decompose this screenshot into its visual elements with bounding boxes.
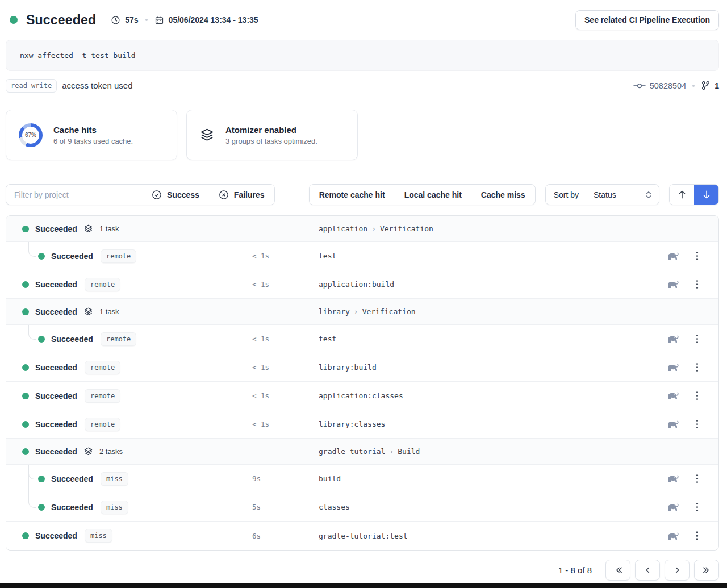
commit-number[interactable]: 50828504: [650, 81, 687, 90]
cache-miss-button[interactable]: Cache miss: [471, 185, 535, 205]
clock-icon: [111, 15, 120, 25]
status-label: Succeeded: [35, 531, 77, 540]
kebab-menu-button[interactable]: [694, 249, 701, 263]
arrow-up-icon: [678, 190, 687, 199]
card-subtitle: 6 of 9 tasks used cache.: [53, 137, 133, 145]
task-duration: < 1s: [242, 252, 304, 260]
arrow-down-icon: [702, 190, 711, 199]
last-page-button[interactable]: [694, 560, 719, 581]
kebab-menu-button[interactable]: [694, 472, 701, 486]
remote-cache-hit-button[interactable]: Remote cache hit: [310, 185, 395, 205]
status-label: Succeeded: [51, 474, 93, 483]
related-ci-pipeline-button[interactable]: See related CI Pipeline Execution: [575, 10, 719, 30]
separator-dot: [692, 85, 695, 87]
chevron-right-icon: [672, 565, 682, 575]
atomizer-group-icon: [83, 307, 93, 316]
filter-toolbar: Success Failures Remote cache hit Local …: [6, 184, 719, 205]
task-count: 2 tasks: [99, 447, 123, 456]
sort-ascending-button[interactable]: [670, 185, 694, 205]
cache-filter-group: Remote cache hit Local cache hit Cache m…: [309, 184, 536, 205]
cache-status-badge: remote: [85, 418, 120, 431]
task-row[interactable]: Succeededremote< 1slibrary:build: [6, 353, 718, 382]
cache-status-badge: miss: [101, 501, 128, 514]
status-dot: [22, 448, 29, 455]
task-group-row[interactable]: Succeeded1 tasklibrary›Verification: [6, 299, 718, 325]
task-row[interactable]: Succeededremote< 1sapplication:classes: [6, 382, 718, 410]
task-row[interactable]: Succeededremote< 1sapplication:build: [6, 270, 718, 299]
sort-descending-button[interactable]: [694, 185, 718, 205]
status-dot: [38, 504, 45, 511]
task-row[interactable]: Succeededmiss6sgradle-tutorial:test: [6, 522, 718, 550]
failures-filter-button[interactable]: Failures: [209, 185, 274, 205]
gradle-icon[interactable]: [666, 363, 679, 372]
gradle-icon[interactable]: [666, 474, 679, 483]
task-duration: < 1s: [242, 335, 304, 343]
sort-by-label: Sort by: [546, 185, 587, 205]
gradle-icon[interactable]: [666, 280, 679, 289]
status-dot: [22, 393, 29, 399]
cache-status-badge: remote: [85, 389, 120, 403]
atomizer-icon: [199, 127, 215, 143]
gradle-icon[interactable]: [666, 391, 679, 400]
gradle-icon[interactable]: [666, 252, 679, 260]
task-duration: < 1s: [242, 420, 304, 428]
sort-select[interactable]: Status: [587, 185, 659, 205]
task-name: gradle-tutorial:test: [304, 532, 655, 540]
gradle-icon[interactable]: [666, 420, 679, 428]
task-row[interactable]: Succeededremote< 1slibrary:classes: [6, 410, 718, 439]
task-name: classes: [304, 503, 655, 511]
status-label: Succeeded: [35, 307, 77, 316]
task-count: 1 task: [99, 307, 119, 316]
kebab-menu-button[interactable]: [694, 529, 701, 543]
task-group-row[interactable]: Succeeded2 tasksgradle-tutorial›Build: [6, 439, 718, 465]
task-row[interactable]: Succeededmiss9sbuild: [6, 465, 718, 493]
calendar-icon: [154, 15, 164, 25]
gradle-icon[interactable]: [666, 503, 679, 511]
task-duration: < 1s: [242, 280, 304, 289]
card-subtitle: 3 groups of tasks optimized.: [225, 137, 317, 145]
vcs-info: 50828504 1: [633, 81, 719, 90]
status-label: Succeeded: [35, 391, 77, 401]
kebab-menu-button[interactable]: [694, 278, 701, 291]
double-chevron-left-icon: [613, 565, 623, 575]
status-dot: [38, 476, 45, 482]
summary-cards: 67% Cache hits 6 of 9 tasks used cache. …: [6, 110, 719, 160]
access-token-text: access token used: [62, 81, 132, 90]
kebab-menu-button[interactable]: [694, 332, 701, 346]
kebab-menu-button[interactable]: [694, 361, 701, 374]
first-page-button[interactable]: [605, 560, 630, 581]
gradle-icon[interactable]: [666, 335, 679, 343]
task-name: test: [304, 335, 655, 343]
atomizer-group-icon: [83, 447, 93, 456]
task-duration: 5s: [242, 503, 304, 511]
separator-dot: [145, 19, 148, 21]
run-date-range: 05/06/2024 13:34 - 13:35: [169, 15, 258, 24]
project-name: library: [319, 307, 350, 316]
kebab-menu-button[interactable]: [694, 389, 701, 403]
filter-by-project-input[interactable]: [6, 185, 142, 205]
task-name: test: [304, 252, 655, 260]
access-token-badge: read-write: [6, 79, 57, 93]
kebab-menu-button[interactable]: [694, 501, 701, 514]
status-label: Succeeded: [35, 280, 77, 289]
task-row[interactable]: Succeededremote< 1stest: [6, 242, 718, 270]
gradle-icon[interactable]: [666, 532, 679, 540]
project-name: application: [319, 224, 367, 233]
cache-status-badge: remote: [101, 249, 136, 263]
atomizer-group-icon: [83, 224, 93, 233]
status-label: Succeeded: [51, 252, 93, 261]
previous-page-button[interactable]: [635, 560, 660, 581]
kebab-menu-button[interactable]: [694, 418, 701, 431]
task-count: 1 task: [99, 224, 119, 233]
card-title: Cache hits: [53, 125, 133, 135]
pagination: 1 - 8 of 8: [6, 560, 719, 581]
task-row[interactable]: Succeededmiss5sclasses: [6, 493, 718, 522]
task-name: library:classes: [304, 420, 655, 428]
local-cache-hit-button[interactable]: Local cache hit: [395, 185, 471, 205]
task-row[interactable]: Succeededremote< 1stest: [6, 325, 718, 353]
task-group-row[interactable]: Succeeded1 taskapplication›Verification: [6, 216, 718, 242]
success-filter-button[interactable]: Success: [142, 185, 209, 205]
next-page-button[interactable]: [665, 560, 690, 581]
run-duration: 57s: [125, 15, 138, 24]
status-dot: [10, 16, 18, 24]
